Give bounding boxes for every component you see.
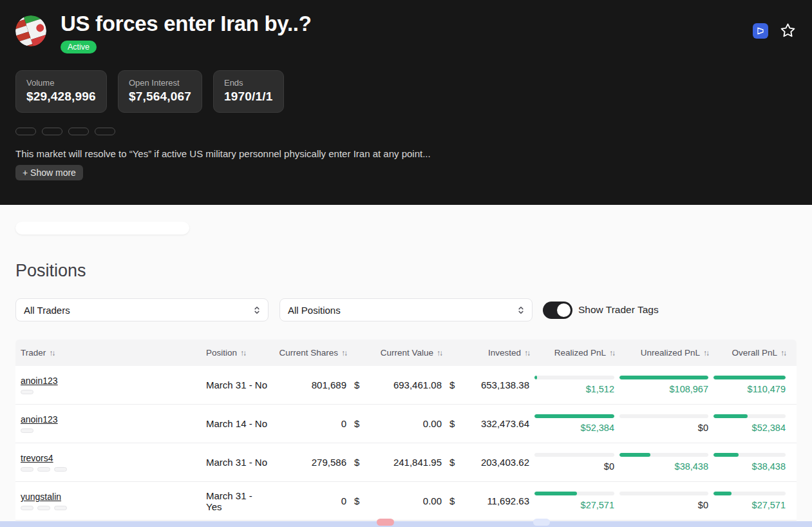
pnl-bar-fill [534,414,614,418]
trader-link[interactable]: anoin123 [21,414,58,425]
stat-label: Ends [224,78,273,88]
star-icon [779,22,797,39]
trader-tag-chip [54,467,67,472]
table-row: yungstalin March 31 - Yes 0 $ 0.00 $ 11,… [15,482,797,521]
pnl-bar-track [534,492,614,495]
show-more-button[interactable]: + Show more [15,165,83,180]
trader-tags [21,390,33,394]
section-title: Positions [15,261,797,281]
column-header-current-shares[interactable]: Current Shares↑↓ [272,348,349,358]
sort-icon: ↑↓ [240,349,245,358]
pnl-bar-track [619,453,708,457]
topic-tag[interactable] [15,128,36,135]
market-hero: US forces enter Iran by..? Active Volume… [0,0,812,205]
column-header-overall-pnl[interactable]: Overall PnL↑↓ [711,348,788,358]
pnl-bar-fill [713,492,732,495]
status-badge: Active [61,41,97,53]
trader-tag-chip [37,467,50,472]
sort-icon: ↑↓ [437,349,442,358]
sort-icon: ↑↓ [609,349,614,358]
trader-tags [21,506,67,510]
pnl-bar-track [534,414,614,418]
topic-tag[interactable] [42,128,62,135]
position-cell: March 14 - No [203,418,272,429]
realized-pnl-value: $1,512 [534,384,614,394]
favorite-star-button[interactable] [779,22,797,39]
polymarket-logo-button[interactable] [753,23,768,39]
current-shares-cell: 0 [272,495,349,506]
position-cell: March 31 - Yes [203,490,272,512]
unrealized-pnl-value: $108,967 [619,384,708,394]
toggle-label: Show Trader Tags [578,304,659,316]
select-updown-icon [254,305,260,315]
trader-link[interactable]: anoin123 [21,376,58,386]
trader-tag-chip [21,467,33,472]
topic-tag[interactable] [95,128,115,135]
unrealized-pnl-value: $0 [619,500,708,510]
table-row: anoin123 March 14 - No 0 $ 0.00 $ 332,47… [15,405,797,443]
column-header-trader[interactable]: Trader↑↓ [15,348,203,358]
sort-icon: ↑↓ [780,349,786,358]
current-value-cell: 693,461.08 [368,379,444,390]
current-value-cell: 241,841.95 [368,457,444,468]
tab[interactable] [85,222,120,235]
pnl-bar-fill [534,376,537,379]
tab[interactable] [155,222,189,235]
tab[interactable] [50,222,85,235]
overall-pnl-value: $52,384 [713,423,786,433]
topic-tag[interactable] [68,128,89,135]
trader-link[interactable]: trevors4 [21,453,53,463]
trader-cell: yungstalin [15,492,203,510]
column-header-unrealized-pnl[interactable]: Unrealized PnL↑↓ [617,348,711,358]
realized-pnl-cell: $27,571 [532,492,617,510]
sort-icon: ↑↓ [703,349,708,358]
currency-symbol: $ [349,418,368,429]
filters-row: All Traders All Positions Show Trader Ta… [15,298,797,321]
trader-tag-chip [21,390,33,394]
overall-pnl-value: $38,438 [713,461,786,472]
bottom-overlay-strip [0,521,812,527]
currency-symbol: $ [444,495,464,506]
column-header-realized-pnl[interactable]: Realized PnL↑↓ [532,348,617,358]
trader-tags [21,428,33,433]
tab[interactable] [120,222,155,235]
trader-cell: trevors4 [15,453,203,472]
current-shares-cell: 801,689 [272,379,349,390]
invested-cell: 653,138.38 [464,379,532,390]
select-updown-icon [518,305,524,315]
tab-bar [15,222,189,235]
current-shares-cell: 279,586 [272,457,349,468]
pnl-bar-track [713,376,786,379]
positions-filter-select[interactable]: All Positions [279,298,533,321]
currency-symbol: $ [444,379,464,390]
stat-card: Open Interest $7,564,067 [118,70,202,113]
column-header-current-value[interactable]: Current Value↑↓ [368,348,444,358]
traders-filter-select[interactable]: All Traders [15,298,269,321]
trader-link[interactable]: yungstalin [21,492,61,502]
pnl-bar-fill [619,376,708,379]
unrealized-pnl-cell: $0 [617,414,711,433]
column-header-position[interactable]: Position↑↓ [203,348,272,358]
market-description: This market will resolve to “Yes” if act… [15,148,797,159]
overall-pnl-value: $110,479 [713,384,786,394]
column-header-invested[interactable]: Invested↑↓ [464,348,532,358]
realized-pnl-value: $52,384 [534,423,614,433]
pnl-bar-fill [713,376,786,379]
unrealized-pnl-cell: $108,967 [617,376,711,394]
bottom-overlay-lavender-pill [533,519,550,526]
unrealized-pnl-value: $38,438 [619,461,708,472]
toggle-knob [557,303,571,317]
realized-pnl-cell: $1,512 [532,376,617,394]
pnl-bar-fill [713,453,739,457]
polymarket-logo-icon [756,26,765,35]
show-trader-tags-toggle[interactable] [543,302,572,319]
overall-pnl-cell: $38,438 [711,453,788,472]
position-cell: March 31 - No [203,457,272,468]
stat-value: $29,428,996 [26,90,96,104]
positions-filter-value: All Positions [288,305,341,316]
currency-symbol: $ [349,457,368,468]
stat-value: $7,564,067 [129,90,191,104]
trader-cell: anoin123 [15,414,203,433]
tab[interactable] [15,222,50,235]
trader-cell: anoin123 [15,376,203,394]
